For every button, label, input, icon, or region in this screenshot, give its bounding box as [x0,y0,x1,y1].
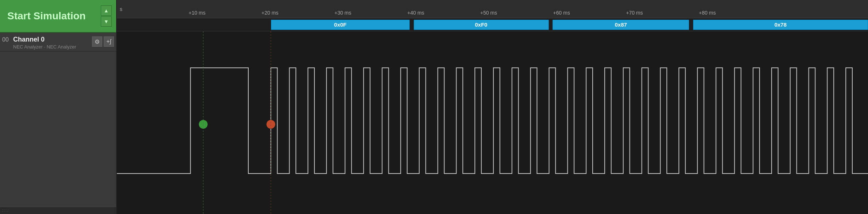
data-label-2: 0x87 [552,20,689,30]
channel-info: Channel 0 NEC Analyzer · NEC Analyzer [13,36,90,50]
bottom-strip: :::: [0,207,116,214]
arrow-group: ▲ ▼ [101,5,112,27]
ruler-label: +30 ms [334,10,351,16]
time-unit-label: s [117,6,124,12]
data-label-0: 0x0F [271,20,410,30]
channel-name: Channel 0 [13,36,90,43]
data-label-1: 0xF0 [414,20,549,30]
ruler-label: +40 ms [407,10,424,16]
green-dot [199,120,208,129]
data-labels-row: 0x0F0xF00x870x78 [117,18,868,31]
data-label-3: 0x78 [693,20,868,30]
arrow-up-button[interactable]: ▲ [101,5,112,16]
timeline-header: s +10 ms+20 ms+30 ms+40 ms+50 ms+60 ms+7… [117,0,868,18]
resize-handle[interactable]: :::: [2,209,9,213]
start-simulation-button[interactable]: Start Simulation ▲ ▼ [0,0,116,33]
waveform-area [117,31,868,214]
channel-row: 00 Channel 0 NEC Analyzer · NEC Analyzer… [0,33,116,51]
waveform-svg [117,31,868,214]
channel-icons: ⚙ +∫ [92,36,114,47]
start-sim-label: Start Simulation [7,10,86,22]
red-dot [267,120,275,129]
ruler-label: +50 ms [480,10,497,16]
gear-button[interactable]: ⚙ [92,36,102,47]
timeline-ruler: +10 ms+20 ms+30 ms+40 ms+50 ms+60 ms+70 … [124,0,868,18]
channel-number: 00 [2,36,11,43]
ruler-label: +20 ms [261,10,278,16]
add-analyzer-button[interactable]: +∫ [104,36,114,47]
ruler-label: +60 ms [553,10,570,16]
ruler-label: +10 ms [188,10,205,16]
left-panel: Start Simulation ▲ ▼ 00 Channel 0 NEC An… [0,0,117,214]
signal-path [117,68,868,174]
ruler-label: +70 ms [626,10,643,16]
ruler-label: +80 ms [699,10,716,16]
arrow-down-button[interactable]: ▼ [101,16,112,27]
waveform-panel: s +10 ms+20 ms+30 ms+40 ms+50 ms+60 ms+7… [117,0,868,214]
channel-subtitle: NEC Analyzer · NEC Analyzer [13,44,90,50]
